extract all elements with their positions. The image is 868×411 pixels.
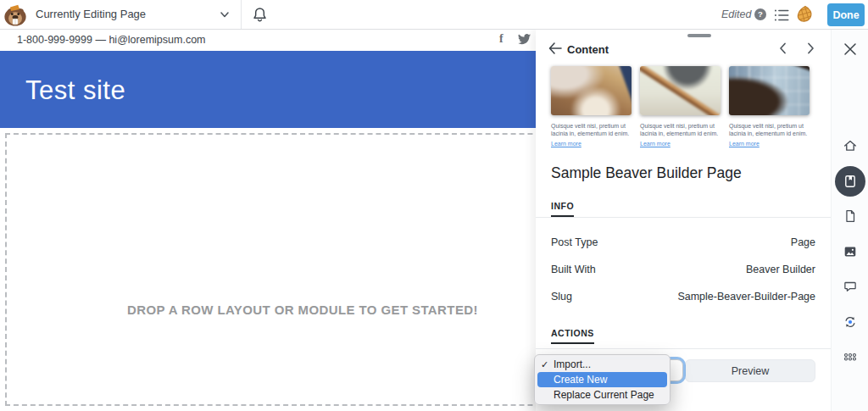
info-row-built-with: Built With Beaver Builder [536,256,831,283]
template-thumbnail [551,66,632,115]
learn-more-link: Learn more [551,141,632,147]
card-caption: Quisque velit nisi, pretium ut lacinia i… [729,122,810,137]
close-icon[interactable] [843,42,858,57]
site-title: Test site [25,51,125,130]
menu-item-label: Replace Current Page [554,389,654,401]
saved-templates-icon[interactable] [835,166,865,197]
page-file-icon[interactable] [843,208,858,224]
panel-drag-handle[interactable] [687,34,711,37]
beaver-tail-icon[interactable] [795,5,814,24]
currently-editing-label: Currently Editing Page [36,0,146,29]
outline-list-icon[interactable] [772,6,791,25]
drop-zone[interactable]: DROP A ROW LAYOUT OR MODULE TO GET START… [5,133,600,406]
topbar-divider [241,0,242,29]
beaver-builder-logo[interactable] [3,2,30,28]
template-card[interactable]: Quisque velit nisi, pretium ut lacinia i… [729,66,810,147]
apps-grid-icon[interactable] [843,349,858,364]
info-value: Beaver Builder [746,264,815,275]
template-preview-cards: Quisque velit nisi, pretium ut lacinia i… [551,66,810,147]
home-icon[interactable] [843,138,858,153]
drop-zone-text: DROP A ROW LAYOUT OR MODULE TO GET START… [127,303,478,317]
revisions-sync-icon[interactable] [843,314,858,330]
template-thumbnail [640,66,721,115]
comments-icon[interactable] [843,279,858,294]
info-rows: Post Type Page Built With Beaver Builder… [536,229,831,310]
info-value: Sample-Beaver-Builder-Page [677,291,815,303]
page-title: Sample Beaver Builder Page [551,164,742,182]
learn-more-link: Learn more [729,141,810,147]
next-arrow-icon[interactable] [804,42,818,57]
help-icon[interactable]: ? [754,8,766,20]
back-arrow-icon[interactable] [548,42,565,57]
template-thumbnail [729,66,810,115]
template-card[interactable]: Quisque velit nisi, pretium ut lacinia i… [551,66,632,147]
actions-divider [536,348,831,349]
chevron-down-icon [219,8,231,20]
tools-sidebar [831,30,868,411]
tab-info[interactable]: INFO [551,201,574,217]
learn-more-link: Learn more [640,141,721,147]
edited-status: Edited [721,0,751,29]
menu-item-replace-current-page[interactable]: Replace Current Page [535,387,670,403]
panel-title: Content [567,43,609,56]
info-row-post-type: Post Type Page [536,229,831,256]
info-label: Slug [551,291,572,303]
card-caption: Quisque velit nisi, pretium ut lacinia i… [551,122,632,137]
card-caption: Quisque velit nisi, pretium ut lacinia i… [640,122,721,137]
checkmark-icon: ✓ [541,357,551,372]
currently-editing-dropdown[interactable]: Currently Editing Page [36,0,240,29]
beaver-builder-app: Currently Editing Page Edited ? [0,0,868,411]
menu-item-label: Import... [554,358,591,370]
info-value: Page [791,236,815,248]
menu-item-create-new[interactable]: Create New [537,372,667,387]
media-image-icon[interactable] [843,244,858,259]
import-dropdown-menu: ✓ Import... Create New Replace Current P… [534,354,670,405]
info-row-slug: Slug Sample-Beaver-Builder-Page [536,283,831,310]
preview-button[interactable]: Preview [685,359,815,382]
notifications-bell-icon[interactable] [251,6,270,25]
menu-item-import[interactable]: ✓ Import... [535,357,670,372]
info-label: Built With [551,264,596,275]
top-bar: Currently Editing Page Edited ? [0,0,868,30]
beaver-logo-icon [3,2,28,27]
menu-item-label: Create New [554,374,607,386]
twitter-icon[interactable] [517,33,531,47]
facebook-icon[interactable]: f [499,32,511,48]
info-label: Post Type [551,236,598,248]
contact-info: 1-800-999-9999 — hi@loremipsum.com [17,30,206,51]
tab-actions[interactable]: ACTIONS [551,328,594,344]
prev-arrow-icon[interactable] [777,42,791,57]
info-divider [536,217,831,218]
template-card[interactable]: Quisque velit nisi, pretium ut lacinia i… [640,66,721,147]
done-button[interactable]: Done [827,3,865,26]
